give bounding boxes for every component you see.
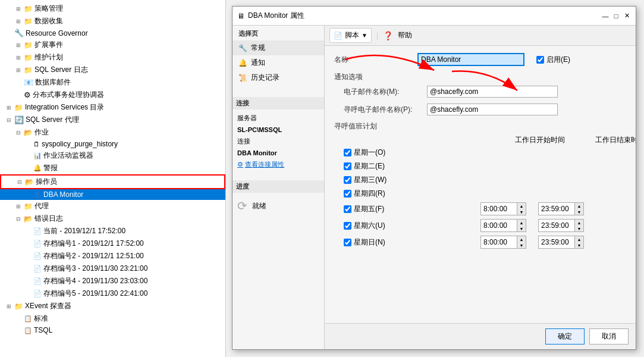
tree-item-cuowu[interactable]: ⊟ 📂 错误日志: [0, 212, 225, 225]
progress-spinner-icon: ⟳: [237, 199, 247, 213]
day-tue-label: 星期二(E): [344, 161, 415, 171]
wrench-icon: 🔧: [238, 44, 247, 52]
expand-icon: [24, 227, 32, 236]
spin-up[interactable]: ▲: [575, 236, 583, 242]
tree-item-shuju[interactable]: ⊞ 📁 数据收集: [0, 15, 225, 27]
day-fri-checkbox[interactable]: [344, 205, 351, 213]
day-label: 星期二(E): [354, 161, 385, 171]
spin-down[interactable]: ▼: [517, 242, 526, 248]
help-label: 帮助: [398, 30, 412, 40]
folder-icon: 📁: [24, 5, 33, 13]
tree-label: 数据收集: [34, 16, 63, 26]
restore-button[interactable]: □: [612, 12, 620, 20]
email-input[interactable]: [427, 86, 558, 98]
tree-item-dbmail[interactable]: 📧 数据库邮件: [0, 76, 225, 89]
tree-item-fenbushi[interactable]: ⚙ 分布式事务处理协调器: [0, 89, 225, 101]
spin-down[interactable]: ▼: [575, 226, 583, 231]
sun-end-input[interactable]: [539, 237, 574, 248]
spin-down[interactable]: ▼: [517, 209, 526, 215]
tree-item-kuozhan[interactable]: ⊞ 📁 扩展事件: [0, 39, 225, 51]
day-label: 星期六(U): [354, 221, 385, 231]
spin-up[interactable]: ▲: [575, 220, 583, 226]
nav-item-general[interactable]: 🔧 常规: [233, 40, 324, 55]
tree-item-caozuoyuan[interactable]: ⊟ 📂 操作员: [0, 174, 225, 189]
day-mon-checkbox[interactable]: [344, 149, 351, 156]
fri-start-input[interactable]: [481, 203, 517, 214]
name-row: 名称 启用(E): [334, 53, 626, 66]
tree-item-xevent[interactable]: ⊞ 📁 XEvent 探查器: [0, 300, 225, 312]
tree-item-log3[interactable]: 📄 存档编号3 - 2019/11/30 23:21:00: [0, 262, 225, 275]
tree-item-jobmonitor[interactable]: 📊 作业活动监视器: [0, 149, 225, 162]
tree-item-log5[interactable]: 📄 存档编号5 - 2019/11/30 22:41:00: [0, 287, 225, 300]
tree-label: 扩展事件: [34, 40, 63, 50]
workday-end-header: 工作日结束时间: [582, 135, 636, 145]
mail-icon: 📧: [24, 78, 33, 87]
tree-item-sqlagent[interactable]: ⊟ 🔄 SQL Server 代理: [0, 114, 225, 126]
day-wed-checkbox[interactable]: [344, 176, 351, 184]
log-icon: 📄: [33, 252, 42, 260]
sat-start-input[interactable]: [481, 220, 517, 231]
nav-item-history[interactable]: 📜 历史记录: [233, 70, 324, 85]
expand-icon: ⊞: [14, 17, 23, 26]
tree-item-daili[interactable]: ⊞ 📁 代理: [0, 200, 225, 212]
spin-up[interactable]: ▲: [517, 220, 526, 226]
folder-icon: 📁: [24, 41, 33, 49]
dropdown-icon: ▼: [362, 32, 367, 39]
tree-item-resource[interactable]: 🔧 Resource Governor: [0, 27, 225, 39]
tree-label: 标准: [34, 314, 48, 324]
tree-item-biaozhun[interactable]: 📋 标准: [0, 312, 225, 325]
tree-item-log-current[interactable]: 📄 当前 - 2019/12/1 17:52:00: [0, 225, 225, 237]
dialog-content: 📄 脚本 ▼ | ❓ 帮助 名称 启用(E): [325, 26, 636, 349]
day-sun-checkbox[interactable]: [344, 239, 351, 246]
tree-item-zuoye[interactable]: ⊟ 📂 作业: [0, 126, 225, 139]
close-button[interactable]: ✕: [623, 12, 631, 20]
day-tue-checkbox[interactable]: [344, 162, 351, 170]
tree-label: 警报: [43, 163, 58, 173]
day-thu-checkbox[interactable]: [344, 190, 351, 198]
tree-item-log1[interactable]: 📄 存档编号1 - 2019/12/1 17:52:00: [0, 237, 225, 250]
tree-item-log2[interactable]: 📄 存档编号2 - 2019/12/1 12:51:00: [0, 250, 225, 262]
tree-label: 操作员: [36, 177, 57, 187]
name-input[interactable]: [417, 53, 524, 66]
expand-icon: ⊞: [14, 202, 23, 211]
sun-start-input[interactable]: [481, 237, 517, 248]
enable-checkbox[interactable]: [536, 56, 544, 64]
spin-up[interactable]: ▲: [575, 203, 583, 209]
script-button[interactable]: 📄 脚本 ▼: [329, 28, 372, 43]
tree-item-dbamonitor[interactable]: 👤 DBA Monitor: [0, 189, 225, 200]
view-connection-link[interactable]: ⚙ 查看连接属性: [233, 158, 324, 171]
tree-item-syspolicy[interactable]: 🗒 syspolicy_purge_history: [0, 139, 225, 149]
name-label: 名称: [334, 55, 417, 65]
spin-down[interactable]: ▼: [517, 226, 526, 231]
tree-item-weihu[interactable]: ⊞ 📁 维护计划: [0, 51, 225, 64]
spin-down[interactable]: ▼: [575, 242, 583, 248]
tree-item-integration[interactable]: ⊞ 📁 Integration Services 目录: [0, 101, 225, 114]
person-icon: 👤: [33, 191, 42, 199]
tree-item-log4[interactable]: 📄 存档编号4 - 2019/11/30 23:03:00: [0, 275, 225, 287]
spin-up[interactable]: ▲: [517, 203, 526, 209]
tree-item-sqllog[interactable]: ⊞ 📁 SQL Server 日志: [0, 64, 225, 76]
help-icon: ❓: [383, 31, 393, 40]
tree-item-jingbao[interactable]: 🔔 警报: [0, 162, 225, 174]
day-sat-checkbox[interactable]: [344, 222, 351, 230]
sat-end-input[interactable]: [539, 220, 574, 231]
nav-label: 通知: [251, 58, 265, 68]
day-mon-label: 星期一(O): [344, 148, 415, 158]
tree-item-tsql[interactable]: 📋 TSQL: [0, 325, 225, 336]
folder-icon: 📁: [24, 17, 33, 26]
tree-item-zhili[interactable]: ⊞ 📁 策略管理: [0, 2, 225, 15]
fri-end-input[interactable]: [539, 203, 574, 214]
day-sun-label: 星期日(N): [344, 237, 415, 248]
dialog-left-panel: 选择页 🔧 常规 🔔 通知 📜 历史记录 连接 服务器 SL-PC\MSSQL …: [233, 26, 325, 349]
cancel-button[interactable]: 取消: [589, 328, 629, 345]
expand-icon: ⊞: [5, 302, 13, 311]
spin-down[interactable]: ▼: [575, 209, 583, 215]
pager-input[interactable]: [427, 104, 558, 115]
log-icon: 📄: [33, 265, 42, 273]
schedule-row-mon: 星期一(O): [344, 148, 626, 158]
schedule-header: 寻呼值班计划: [334, 121, 626, 131]
minimize-button[interactable]: —: [601, 12, 610, 20]
ok-button[interactable]: 确定: [545, 328, 585, 345]
spin-up[interactable]: ▲: [517, 236, 526, 242]
nav-item-notify[interactable]: 🔔 通知: [233, 55, 324, 70]
